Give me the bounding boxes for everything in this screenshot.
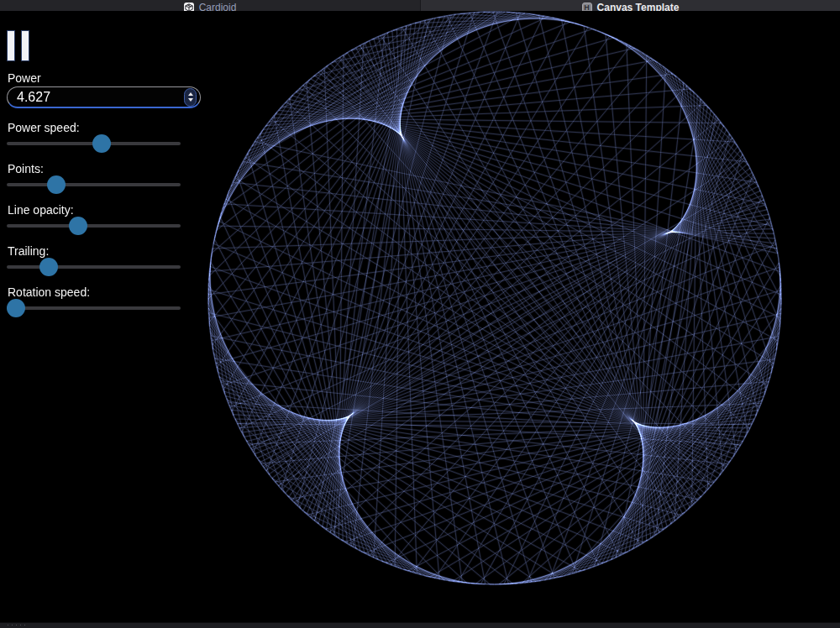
- slider-trailing-track[interactable]: [7, 265, 181, 269]
- browser-tab-bar: Cardioid H Canvas Template: [0, 0, 840, 11]
- tab-canvas-template[interactable]: H Canvas Template: [420, 0, 840, 11]
- power-label: Power: [8, 71, 41, 85]
- slider-points-track[interactable]: [7, 183, 181, 186]
- bottom-bar: ·····: [0, 622, 840, 628]
- bottom-bar-dots: ·····: [7, 620, 28, 628]
- tab-cardioid-label: Cardioid: [199, 2, 237, 12]
- h-icon: H: [582, 3, 592, 12]
- slider-power-speed-track[interactable]: [7, 142, 181, 145]
- slider-points-label: Points:: [8, 162, 44, 175]
- pause-button[interactable]: [7, 30, 30, 61]
- power-number-input[interactable]: 4.627: [7, 86, 201, 108]
- chevron-down-icon: [188, 98, 193, 102]
- pause-icon: [21, 30, 29, 61]
- slider-rotation-speed-track[interactable]: [7, 306, 181, 310]
- power-value: 4.627: [8, 90, 184, 105]
- slider-points-thumb[interactable]: [47, 175, 66, 194]
- pause-icon: [7, 30, 15, 61]
- slider-rotation-speed-thumb[interactable]: [7, 299, 25, 317]
- slider-trailing-thumb[interactable]: [39, 258, 58, 276]
- tab-canvas-template-label: Canvas Template: [597, 2, 680, 12]
- slider-rotation-speed-label: Rotation speed:: [8, 285, 90, 299]
- slider-line-opacity-label: Line opacity:: [8, 203, 74, 217]
- chevron-up-icon: [188, 92, 193, 96]
- slider-line-opacity-track[interactable]: [7, 224, 181, 228]
- cube-icon: [184, 3, 194, 12]
- slider-power-speed-label: Power speed:: [8, 121, 80, 134]
- tab-cardioid[interactable]: Cardioid: [0, 0, 420, 11]
- slider-line-opacity-thumb[interactable]: [69, 217, 87, 235]
- slider-power-speed-thumb[interactable]: [92, 134, 111, 153]
- stepper-icon[interactable]: [184, 88, 197, 107]
- slider-trailing-label: Trailing:: [8, 244, 49, 258]
